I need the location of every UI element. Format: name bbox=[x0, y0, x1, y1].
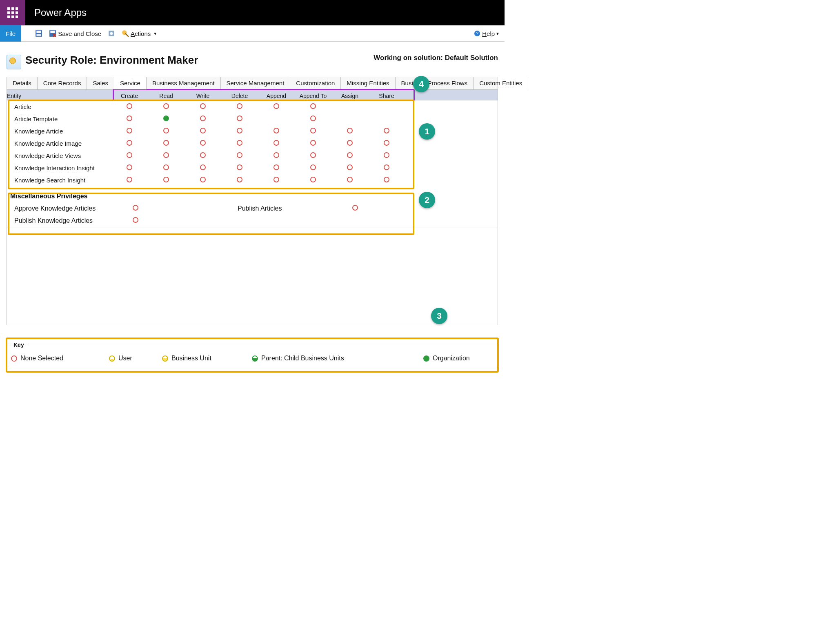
privilege-toggle[interactable] bbox=[310, 152, 316, 158]
save-button[interactable] bbox=[32, 25, 46, 42]
chevron-down-icon: ▼ bbox=[153, 31, 157, 36]
grid-header-delete: Delete bbox=[221, 91, 258, 100]
misc-row-label: Publish Articles bbox=[238, 205, 282, 212]
privilege-toggle[interactable] bbox=[127, 115, 132, 121]
privilege-toggle[interactable] bbox=[310, 140, 316, 146]
privilege-toggle[interactable] bbox=[273, 128, 279, 133]
privilege-toggle[interactable] bbox=[200, 177, 206, 182]
annotation-callout-3: 3 bbox=[431, 308, 447, 324]
privilege-toggle[interactable] bbox=[310, 128, 316, 133]
save-and-close-button[interactable]: Save and Close bbox=[46, 25, 104, 42]
privilege-toggle[interactable] bbox=[127, 140, 132, 146]
tool-button-generic[interactable] bbox=[104, 25, 118, 42]
privilege-toggle[interactable] bbox=[200, 152, 206, 158]
privilege-toggle[interactable] bbox=[347, 152, 353, 158]
privilege-toggle[interactable] bbox=[200, 103, 206, 109]
grid-header-assign: Assign bbox=[331, 91, 368, 100]
annotation-callout-4: 4 bbox=[413, 76, 429, 92]
privilege-toggle[interactable] bbox=[352, 205, 358, 211]
legend-bu: Business Unit bbox=[171, 355, 211, 362]
privilege-toggle[interactable] bbox=[273, 140, 279, 146]
grid-header-append: Append bbox=[258, 91, 295, 100]
privilege-toggle[interactable] bbox=[127, 152, 132, 158]
privilege-toggle[interactable] bbox=[310, 115, 316, 121]
privilege-toggle[interactable] bbox=[237, 152, 242, 158]
tab-details[interactable]: Details bbox=[7, 77, 38, 89]
privilege-toggle[interactable] bbox=[200, 115, 206, 121]
privilege-toggle[interactable] bbox=[133, 205, 138, 211]
privilege-toggle[interactable] bbox=[133, 217, 138, 223]
tab-missing-entities[interactable]: Missing Entities bbox=[341, 77, 395, 89]
tab-core-records[interactable]: Core Records bbox=[38, 77, 87, 89]
privilege-toggle[interactable] bbox=[384, 152, 389, 158]
tab-service[interactable]: Service bbox=[114, 77, 147, 89]
privilege-toggle[interactable] bbox=[384, 164, 389, 170]
privilege-toggle[interactable] bbox=[347, 177, 353, 182]
help-link[interactable]: ? Help ▼ bbox=[474, 30, 505, 37]
privilege-toggle[interactable] bbox=[273, 152, 279, 158]
svg-rect-2 bbox=[37, 34, 41, 36]
key-org-icon bbox=[423, 355, 429, 362]
grid-header-append-to: Append To bbox=[295, 91, 331, 100]
privilege-toggle[interactable] bbox=[384, 177, 389, 182]
entity-row: Article Template bbox=[7, 113, 498, 125]
entity-name: Knowledge Article bbox=[7, 128, 111, 135]
legend-pc: Parent: Child Business Units bbox=[261, 355, 344, 362]
privilege-toggle[interactable] bbox=[347, 164, 353, 170]
legend-none: None Selected bbox=[20, 355, 63, 362]
privilege-toggle[interactable] bbox=[384, 128, 389, 133]
key-none-icon bbox=[11, 355, 17, 362]
help-icon: ? bbox=[474, 30, 480, 37]
privilege-toggle[interactable] bbox=[273, 177, 279, 182]
privilege-toggle[interactable] bbox=[127, 164, 132, 170]
privilege-toggle[interactable] bbox=[237, 164, 242, 170]
privilege-toggle[interactable] bbox=[163, 115, 169, 121]
grid-header-share: Share bbox=[368, 91, 405, 100]
grid-header-read: Read bbox=[148, 91, 185, 100]
floppy-icon bbox=[35, 30, 42, 37]
privilege-toggle[interactable] bbox=[163, 140, 169, 146]
privilege-toggle[interactable] bbox=[310, 103, 316, 109]
legend-org: Organization bbox=[433, 355, 470, 362]
key-pc-icon bbox=[252, 355, 258, 362]
privilege-toggle[interactable] bbox=[273, 164, 279, 170]
legend-user: User bbox=[118, 355, 132, 362]
privilege-toggle[interactable] bbox=[347, 140, 353, 146]
privilege-toggle[interactable] bbox=[127, 128, 132, 133]
misc-row-label: Publish Knowledge Articles bbox=[7, 217, 127, 224]
privilege-toggle[interactable] bbox=[163, 164, 169, 170]
app-launcher-button[interactable] bbox=[0, 0, 25, 25]
svg-rect-4 bbox=[51, 31, 55, 33]
privilege-toggle[interactable] bbox=[163, 177, 169, 182]
tab-business-process-flows[interactable]: Business Process Flows bbox=[396, 77, 474, 89]
actions-menu[interactable]: Actions ▼ bbox=[118, 25, 160, 42]
tab-service-management[interactable]: Service Management bbox=[221, 77, 291, 89]
privilege-toggle[interactable] bbox=[273, 103, 279, 109]
privilege-toggle[interactable] bbox=[200, 128, 206, 133]
privilege-toggle[interactable] bbox=[237, 128, 242, 133]
tab-customization[interactable]: Customization bbox=[290, 77, 341, 89]
tab-business-management[interactable]: Business Management bbox=[147, 77, 221, 89]
privilege-toggle[interactable] bbox=[237, 140, 242, 146]
privilege-toggle[interactable] bbox=[237, 115, 242, 121]
privilege-toggle[interactable] bbox=[310, 177, 316, 182]
privilege-toggle[interactable] bbox=[310, 164, 316, 170]
privilege-toggle[interactable] bbox=[163, 152, 169, 158]
privilege-toggle[interactable] bbox=[237, 177, 242, 182]
privilege-toggle[interactable] bbox=[200, 140, 206, 146]
entity-name: Article bbox=[7, 103, 111, 110]
privilege-toggle[interactable] bbox=[347, 128, 353, 133]
privilege-toggle[interactable] bbox=[163, 128, 169, 133]
tab-custom-entities[interactable]: Custom Entities bbox=[474, 77, 528, 89]
privilege-toggle[interactable] bbox=[127, 103, 132, 109]
privilege-toggle[interactable] bbox=[384, 140, 389, 146]
privilege-toggle[interactable] bbox=[127, 177, 132, 182]
tab-sales[interactable]: Sales bbox=[87, 77, 114, 89]
svg-text:?: ? bbox=[476, 31, 478, 36]
privilege-toggle[interactable] bbox=[200, 164, 206, 170]
entity-row: Knowledge Interaction Insight bbox=[7, 162, 498, 174]
privilege-toggle[interactable] bbox=[237, 103, 242, 109]
actions-label: Actions bbox=[131, 30, 151, 37]
privilege-toggle[interactable] bbox=[163, 103, 169, 109]
file-button[interactable]: File bbox=[0, 25, 21, 42]
